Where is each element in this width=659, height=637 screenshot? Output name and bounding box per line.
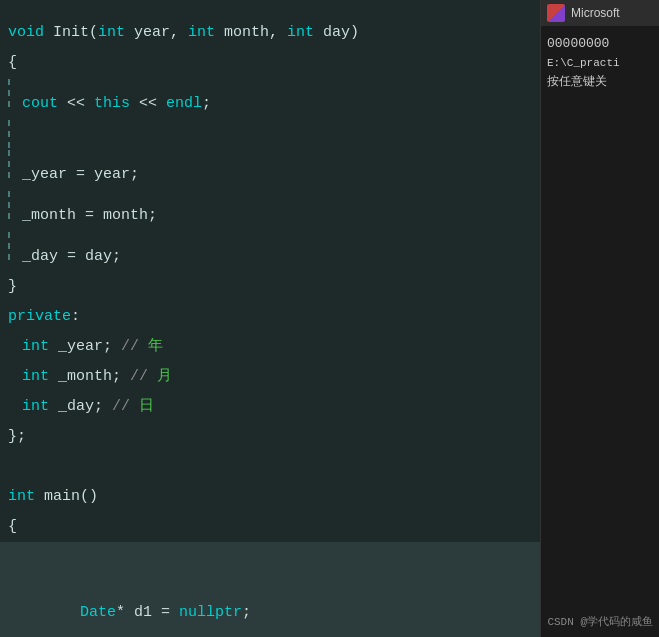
code-line-3: cout << this << endl; bbox=[8, 78, 526, 119]
stream-op2: << bbox=[139, 90, 166, 118]
keyword-void: void bbox=[8, 19, 53, 47]
comment-day: // bbox=[112, 393, 139, 421]
code-line-6: _month = month; bbox=[8, 190, 526, 231]
year-val: year; bbox=[94, 161, 139, 189]
code-line-5: _year = year; bbox=[8, 149, 526, 190]
kw-int3: int bbox=[287, 19, 323, 47]
month-assign: _month bbox=[22, 202, 85, 230]
terminal-body: 00000000 E:\C_practi 按任意键关 bbox=[541, 26, 659, 637]
param-day: day) bbox=[323, 19, 359, 47]
dashed-line-4 bbox=[8, 120, 16, 148]
month-val: month; bbox=[103, 202, 157, 230]
param-year: year, bbox=[134, 19, 188, 47]
stream-op1: << bbox=[67, 90, 94, 118]
code-line-14 bbox=[8, 452, 526, 482]
terminal-header: Microsoft bbox=[541, 0, 659, 26]
d1-var: d1 bbox=[134, 604, 161, 621]
code-line-1: void Init(int year, int month, int day) bbox=[8, 18, 526, 48]
dashed-line-6 bbox=[8, 191, 16, 219]
semi-null: ; bbox=[242, 604, 251, 621]
eq2: = bbox=[85, 202, 103, 230]
cout-kw: cout bbox=[22, 90, 67, 118]
star-ptr: * bbox=[116, 604, 134, 621]
comment-year: // bbox=[121, 333, 148, 361]
chinese-day: 日 bbox=[139, 393, 154, 421]
code-line-12: int _day; // 日 bbox=[8, 392, 526, 422]
int-kw3: int bbox=[22, 393, 58, 421]
terminal-panel: Microsoft 00000000 E:\C_practi 按任意键关 CSD… bbox=[540, 0, 659, 637]
this-kw: this bbox=[94, 90, 139, 118]
code-area: void Init(int year, int month, int day) … bbox=[0, 10, 540, 637]
day-val: day; bbox=[85, 243, 121, 271]
chinese-year: 年 bbox=[148, 333, 163, 361]
microsoft-logo bbox=[547, 4, 565, 22]
dashed-line-3 bbox=[8, 79, 16, 107]
endl-kw: endl bbox=[166, 90, 202, 118]
main-brace-open: { bbox=[8, 513, 17, 541]
year-assign: _year bbox=[22, 161, 76, 189]
brace-open1: { bbox=[8, 49, 17, 77]
terminal-output-1: 00000000 bbox=[547, 34, 653, 54]
code-line-4 bbox=[8, 119, 526, 149]
func-name: Init( bbox=[53, 19, 98, 47]
eq-null: = bbox=[161, 604, 179, 621]
code-line-11: int _month; // 月 bbox=[8, 362, 526, 392]
kw-int2: int bbox=[188, 19, 224, 47]
year-field: _year; bbox=[58, 333, 121, 361]
int-kw2: int bbox=[22, 363, 58, 391]
date-type: Date bbox=[80, 604, 116, 621]
code-line-2: { bbox=[8, 48, 526, 78]
brace-semicolon: }; bbox=[8, 423, 26, 451]
month-field: _month; bbox=[58, 363, 130, 391]
watermark: CSDN @学代码的咸鱼 bbox=[547, 614, 653, 629]
main-func: main() bbox=[44, 483, 98, 511]
code-line-10: int _year; // 年 bbox=[8, 332, 526, 362]
dashed-line-5 bbox=[8, 150, 16, 178]
code-line-15: int main() bbox=[8, 482, 526, 512]
private-kw: private bbox=[8, 303, 71, 331]
day-field: _day; bbox=[58, 393, 112, 421]
main-container: void Init(int year, int month, int day) … bbox=[0, 0, 659, 637]
terminal-output-3: 按任意键关 bbox=[547, 72, 653, 92]
kw-int1: int bbox=[98, 19, 134, 47]
comment-month: // bbox=[130, 363, 157, 391]
int-kw1: int bbox=[22, 333, 58, 361]
code-line-9: private: bbox=[8, 302, 526, 332]
code-line-7: _day = day; bbox=[8, 231, 526, 272]
dashed-line-7 bbox=[8, 232, 16, 260]
eq1: = bbox=[76, 161, 94, 189]
param-month: month, bbox=[224, 19, 287, 47]
code-line-16: { bbox=[8, 512, 526, 542]
eq3: = bbox=[67, 243, 85, 271]
terminal-title: Microsoft bbox=[571, 6, 620, 20]
brace-close1: } bbox=[8, 273, 17, 301]
int-main-kw: int bbox=[8, 483, 44, 511]
code-line-8: } bbox=[8, 272, 526, 302]
semicolon1: ; bbox=[202, 90, 211, 118]
code-line-13: }; bbox=[8, 422, 526, 452]
chinese-month: 月 bbox=[157, 363, 172, 391]
code-editor: void Init(int year, int month, int day) … bbox=[0, 0, 540, 637]
nullptr-kw: nullptr bbox=[179, 604, 242, 621]
day-assign: _day bbox=[22, 243, 67, 271]
terminal-output-2: E:\C_practi bbox=[547, 54, 653, 72]
code-line-17: Date* d1 = nullptr; bbox=[0, 542, 540, 637]
colon1: : bbox=[71, 303, 80, 331]
